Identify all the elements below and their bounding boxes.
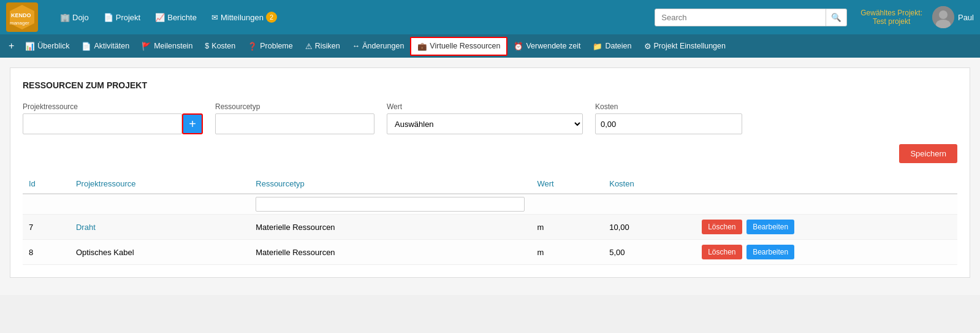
search-button[interactable]: 🔍 — [826, 9, 847, 26]
project-info: Gewähltes Projekt: Test projekt — [860, 9, 922, 26]
projektressource-link-7[interactable]: Draht — [76, 223, 96, 232]
ressourcen-card: RESSOURCEN ZUM PROJEKT Projektressource … — [10, 67, 970, 278]
top-nav: KENDO manager 🏢 Dojo 📄 Projekt 📈 Bericht… — [0, 0, 980, 34]
search-area: 🔍 — [655, 9, 847, 26]
kosten-label: Kosten — [595, 102, 742, 111]
cell-kosten-7: 10,00 — [603, 215, 696, 240]
subnav-verwendete-zeit[interactable]: ⏰ Verwendete zeit — [507, 38, 587, 55]
subnav-probleme[interactable]: ❓ Probleme — [241, 38, 299, 55]
subnav-meilenstein[interactable]: 🚩 Meilenstein — [135, 38, 199, 55]
arrows-icon: ↔ — [352, 42, 360, 50]
col-id: Id — [23, 174, 70, 194]
table-row: 8 Optisches Kabel Materielle Ressourcen … — [23, 240, 957, 265]
filter-id-cell — [23, 194, 70, 215]
nav-berichte[interactable]: 📈 Berichte — [149, 9, 203, 26]
nav-projekt[interactable]: 📄 Projekt — [97, 9, 146, 26]
dollar-icon: $ — [205, 42, 209, 50]
cell-projektressource-7: Draht — [70, 215, 249, 240]
wert-group: Wert Auswählen m kg Stück h — [387, 102, 583, 134]
filter-ressourcetyp-cell — [249, 194, 531, 215]
nav-mitteilungen[interactable]: ✉ Mitteilungen 2 — [205, 8, 283, 26]
subnav-aktivitaten[interactable]: 📄 Aktivitäten — [75, 38, 135, 55]
search-icon: 🔍 — [831, 13, 841, 22]
subnav-virtuelle-ressourcen[interactable]: 💼 Virtuelle Ressourcen — [410, 37, 507, 56]
cell-wert-8: m — [531, 240, 603, 265]
cell-ressourcetyp-8: Materielle Ressourcen — [249, 240, 531, 265]
project-label: Gewähltes Projekt: — [860, 9, 922, 17]
main-content: RESSOURCEN ZUM PROJEKT Projektressource … — [0, 58, 980, 295]
wert-select[interactable]: Auswählen m kg Stück h — [387, 113, 583, 134]
subnav-risiken[interactable]: ⚠ Risiken — [299, 38, 346, 55]
question-icon: ❓ — [248, 42, 257, 51]
ressourcetyp-label: Ressourcetyp — [215, 102, 374, 111]
ressourcetyp-input[interactable] — [215, 113, 374, 134]
filter-wert-cell — [531, 194, 603, 215]
projektressource-input[interactable] — [23, 113, 182, 134]
projektressource-group: Projektressource + — [23, 102, 203, 134]
cell-ressourcetyp-7: Materielle Ressourcen — [249, 215, 531, 240]
mitteilungen-badge: 2 — [266, 12, 277, 23]
col-projektressource: Projektressource — [70, 174, 249, 194]
filter-projektressource-cell — [70, 194, 249, 215]
card-title: RESSOURCEN ZUM PROJEKT — [23, 80, 957, 90]
cell-kosten-8: 5,00 — [603, 240, 696, 265]
table-row: 7 Draht Materielle Ressourcen m 10,00 Lö… — [23, 215, 957, 240]
nav-links: 🏢 Dojo 📄 Projekt 📈 Berichte ✉ Mitteilung… — [54, 8, 647, 26]
activity-icon: 📄 — [82, 42, 91, 51]
col-kosten: Kosten — [603, 174, 696, 194]
filter-kosten-cell — [603, 194, 696, 215]
kosten-input[interactable] — [595, 113, 742, 134]
project-name: Test projekt — [860, 17, 922, 26]
svg-text:KENDO: KENDO — [11, 12, 31, 18]
cell-wert-7: m — [531, 215, 603, 240]
ressourcen-table: Id Projektressource Ressourcetyp Wert Ko… — [23, 174, 957, 265]
folder-icon: 📁 — [593, 42, 602, 51]
form-row: Projektressource + Ressourcetyp Wert Aus… — [23, 102, 957, 134]
kosten-group: Kosten — [595, 102, 742, 134]
edit-button-8[interactable]: Bearbeiten — [746, 245, 794, 259]
delete-button-7[interactable]: Löschen — [702, 220, 742, 234]
subnav-anderungen[interactable]: ↔ Änderungen — [346, 38, 411, 54]
svg-point-5 — [939, 10, 948, 19]
subnav-add-button[interactable]: + — [4, 37, 19, 55]
kendo-logo: KENDO manager — [6, 2, 38, 32]
subnav-kosten[interactable]: $ Kosten — [199, 38, 241, 54]
save-button[interactable]: Speichern — [899, 144, 957, 163]
clock-icon: ⏰ — [514, 42, 523, 51]
file-icon: 📄 — [104, 13, 113, 22]
cell-id-7: 7 — [23, 215, 70, 240]
subnav-dateien[interactable]: 📁 Dateien — [587, 38, 637, 55]
filter-row — [23, 194, 957, 215]
cell-actions-8: Löschen Bearbeiten — [696, 240, 957, 265]
chart-bar-icon: 📊 — [25, 42, 35, 51]
projektressource-label: Projektressource — [23, 102, 203, 111]
col-ressourcetyp: Ressourcetyp — [249, 174, 531, 194]
cell-actions-7: Löschen Bearbeiten — [696, 215, 957, 240]
cell-projektressource-8: Optisches Kabel — [70, 240, 249, 265]
search-input[interactable] — [655, 9, 826, 26]
filter-ressourcetyp-input[interactable] — [256, 197, 525, 212]
warning-icon: ⚠ — [305, 42, 313, 51]
nav-dojo[interactable]: 🏢 Dojo — [54, 9, 95, 26]
svg-text:manager: manager — [10, 20, 29, 26]
ressourcetyp-group: Ressourcetyp — [215, 102, 374, 134]
flag-icon: 🚩 — [142, 42, 151, 51]
envelope-icon: ✉ — [211, 13, 218, 22]
col-wert: Wert — [531, 174, 603, 194]
col-actions — [696, 174, 957, 194]
user-name: Paul — [958, 13, 974, 22]
cell-id-8: 8 — [23, 240, 70, 265]
sub-nav: + 📊 Überblick 📄 Aktivitäten 🚩 Meilenstei… — [0, 34, 980, 58]
edit-button-7[interactable]: Bearbeiten — [746, 220, 794, 234]
chart-icon: 📈 — [155, 13, 165, 22]
user-avatar[interactable] — [932, 6, 954, 28]
wert-label: Wert — [387, 102, 583, 111]
subnav-uberblick[interactable]: 📊 Überblick — [19, 38, 75, 55]
subnav-projekt-einstellungen[interactable]: ⚙ Projekt Einstellungen — [638, 38, 732, 55]
delete-button-8[interactable]: Löschen — [702, 245, 742, 259]
table-header-row: Id Projektressource Ressourcetyp Wert Ko… — [23, 174, 957, 194]
briefcase-icon: 💼 — [417, 42, 427, 51]
gear-icon: ⚙ — [644, 42, 651, 51]
add-resource-button[interactable]: + — [182, 113, 203, 134]
building-icon: 🏢 — [60, 13, 70, 22]
